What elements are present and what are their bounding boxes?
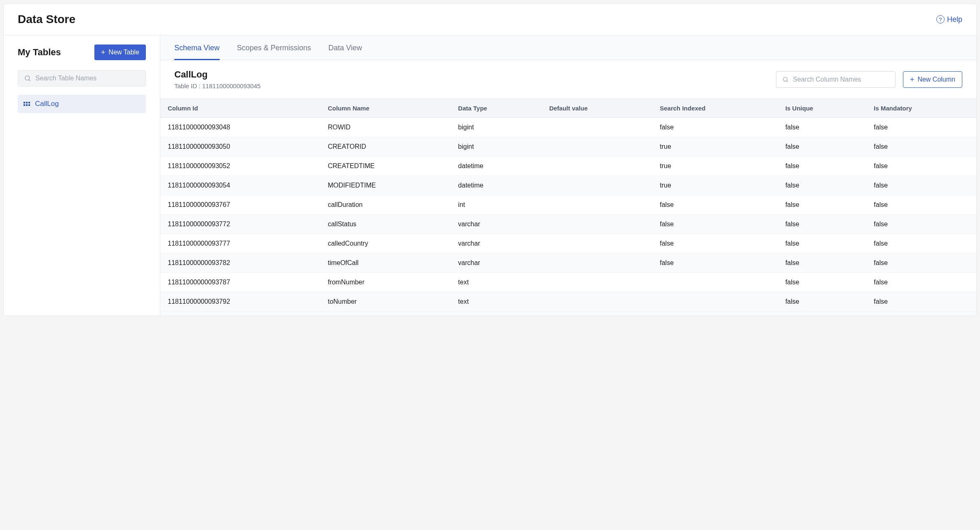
cell-is-unique: false [778, 234, 867, 253]
cell-search-indexed [652, 273, 778, 292]
cell-col-id: 11811000000093767 [160, 195, 320, 215]
cell-data-type: datetime [451, 176, 542, 195]
new-column-button[interactable]: + New Column [903, 71, 962, 88]
help-link[interactable]: ? Help [936, 15, 962, 24]
svg-point-2 [783, 77, 787, 81]
table-id: Table ID : 11811000000093045 [174, 82, 260, 89]
column-header[interactable]: Data Type [451, 99, 542, 118]
cell-default-value [542, 176, 652, 195]
cell-is-unique: false [778, 137, 867, 157]
cell-data-type: text [451, 292, 542, 312]
cell-is-unique: false [778, 195, 867, 215]
cell-col-name: CREATORID [320, 137, 450, 157]
cell-col-id: 11811000000093782 [160, 253, 320, 273]
cell-col-name: fromNumber [320, 273, 450, 292]
cell-col-id: 11811000000093054 [160, 176, 320, 195]
table-row[interactable]: 11811000000093052CREATEDTIMEdatetimetrue… [160, 157, 976, 176]
search-icon [782, 76, 789, 83]
cell-is-unique: false [778, 215, 867, 234]
cell-default-value [542, 292, 652, 312]
tab-data-view[interactable]: Data View [328, 35, 362, 60]
plus-icon: + [101, 49, 106, 56]
table-row[interactable]: 11811000000093792toNumbertextfalsefalse [160, 292, 976, 312]
sidebar-search-box[interactable] [18, 70, 146, 87]
svg-line-3 [787, 81, 788, 82]
cell-search-indexed: true [652, 137, 778, 157]
cell-default-value [542, 157, 652, 176]
cell-search-indexed: false [652, 253, 778, 273]
cell-data-type: varchar [451, 234, 542, 253]
table-icon [23, 102, 30, 106]
sidebar-search-input[interactable] [35, 75, 140, 82]
table-row[interactable]: 11811000000093777calledCountryvarcharfal… [160, 234, 976, 253]
sidebar: My Tables + New Table CallLog [4, 35, 160, 316]
column-header[interactable]: Search Indexed [652, 99, 778, 118]
cell-search-indexed: true [652, 157, 778, 176]
plus-icon: + [910, 76, 914, 83]
cell-search-indexed: false [652, 234, 778, 253]
cell-data-type: varchar [451, 253, 542, 273]
table-row[interactable]: 11811000000093050CREATORIDbiginttruefals… [160, 137, 976, 157]
column-header[interactable]: Column Name [320, 99, 450, 118]
cell-col-id: 11811000000093772 [160, 215, 320, 234]
new-column-label: New Column [917, 76, 955, 83]
cell-col-id: 11811000000093787 [160, 273, 320, 292]
table-meta-left: CallLog Table ID : 11811000000093045 [174, 69, 260, 89]
svg-point-0 [25, 76, 30, 80]
cell-col-name: calledCountry [320, 234, 450, 253]
cell-search-indexed: true [652, 176, 778, 195]
cell-col-name: MODIFIEDTIME [320, 176, 450, 195]
table-row[interactable]: 11811000000093048ROWIDbigintfalsefalsefa… [160, 118, 976, 137]
cell-default-value [542, 234, 652, 253]
sidebar-item-calllog[interactable]: CallLog [18, 95, 146, 113]
cell-search-indexed [652, 292, 778, 312]
cell-search-indexed: false [652, 195, 778, 215]
table-row[interactable]: 11811000000093054MODIFIEDTIMEdatetimetru… [160, 176, 976, 195]
table-name: CallLog [174, 69, 260, 80]
cell-col-name: toNumber [320, 292, 450, 312]
table-row[interactable]: 11811000000093772callStatusvarcharfalsef… [160, 215, 976, 234]
cell-data-type: varchar [451, 215, 542, 234]
tabs: Schema ViewScopes & PermissionsData View [160, 35, 976, 60]
page-title: Data Store [18, 13, 75, 26]
columns-table: Column IdColumn NameData TypeDefault val… [160, 99, 976, 312]
cell-is-mandatory: false [866, 176, 976, 195]
cell-search-indexed: false [652, 118, 778, 137]
cell-col-id: 11811000000093792 [160, 292, 320, 312]
cell-col-id: 11811000000093048 [160, 118, 320, 137]
column-search-box[interactable] [776, 71, 896, 88]
header: Data Store ? Help [4, 4, 976, 35]
column-header[interactable]: Is Unique [778, 99, 867, 118]
cell-is-mandatory: false [866, 234, 976, 253]
table-meta-right: + New Column [776, 71, 962, 88]
cell-is-unique: false [778, 292, 867, 312]
cell-is-mandatory: false [866, 137, 976, 157]
cell-is-unique: false [778, 253, 867, 273]
column-header[interactable]: Column Id [160, 99, 320, 118]
table-row[interactable]: 11811000000093782timeOfCallvarcharfalsef… [160, 253, 976, 273]
cell-data-type: int [451, 195, 542, 215]
column-search-input[interactable] [793, 76, 889, 83]
cell-is-mandatory: false [866, 292, 976, 312]
new-table-button[interactable]: + New Table [94, 45, 146, 60]
cell-is-mandatory: false [866, 215, 976, 234]
cell-default-value [542, 118, 652, 137]
cell-col-name: callStatus [320, 215, 450, 234]
table-meta-row: CallLog Table ID : 11811000000093045 + N… [160, 60, 976, 99]
content-area: My Tables + New Table CallLog Schema Vie… [4, 35, 976, 316]
new-table-label: New Table [109, 49, 139, 56]
tab-scopes-permissions[interactable]: Scopes & Permissions [237, 35, 311, 60]
column-header[interactable]: Is Mandatory [866, 99, 976, 118]
cell-search-indexed: false [652, 215, 778, 234]
cell-col-id: 11811000000093777 [160, 234, 320, 253]
table-row[interactable]: 11811000000093787fromNumbertextfalsefals… [160, 273, 976, 292]
cell-col-id: 11811000000093052 [160, 157, 320, 176]
help-icon: ? [936, 15, 945, 23]
cell-is-mandatory: false [866, 273, 976, 292]
column-header[interactable]: Default value [542, 99, 652, 118]
tab-schema-view[interactable]: Schema View [174, 35, 220, 60]
cell-data-type: bigint [451, 118, 542, 137]
cell-col-id: 11811000000093050 [160, 137, 320, 157]
cell-data-type: datetime [451, 157, 542, 176]
table-row[interactable]: 11811000000093767callDurationintfalsefal… [160, 195, 976, 215]
